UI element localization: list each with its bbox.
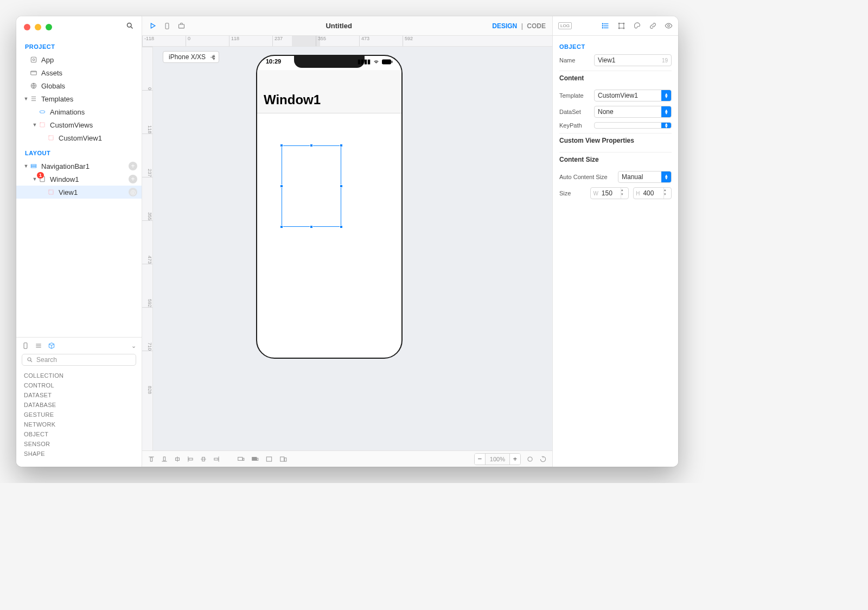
briefcase-icon[interactable] [177,22,186,30]
device-select[interactable]: iPhone X/XS ▴▾ [163,51,219,63]
ruler-tick: 592 [142,264,152,307]
chevron-down-icon[interactable]: ▼ [23,163,29,169]
mode-design[interactable]: DESIGN [492,22,517,30]
dropdown-icon[interactable]: ▴▾ [661,106,671,117]
device-frame[interactable]: 10:29 ▮▮▮▮ Window1 [256,55,403,359]
align-right-icon[interactable] [213,455,220,463]
sidebar-item-animations[interactable]: Animations [16,105,142,118]
lib-dataset[interactable]: DATASET [24,392,134,398]
canvas[interactable]: iPhone X/XS ▴▾ 10:29 ▮▮▮▮ Window1 [153,47,552,450]
chevron-down-icon[interactable]: ▼ [31,122,38,128]
resize-handle[interactable] [280,185,283,188]
library-search[interactable]: Search [22,354,136,366]
zoom-out-button[interactable]: − [475,454,486,465]
sidebar-item-customviews[interactable]: ▼ CustomViews [16,118,142,131]
device-tab-icon[interactable] [22,342,29,350]
chevron-down-icon[interactable]: ▼ [23,96,29,101]
inspector: LOG OBJECT Name View1 19 Content Templat… [552,16,678,467]
ruler-tick: 710 [142,307,152,351]
dropdown-icon[interactable]: ▴▾ [661,171,671,182]
keypath-select[interactable]: ▴▾ [594,122,672,129]
lib-shape[interactable]: SHAPE [24,450,134,457]
width-input[interactable]: W150▴▾ [590,187,629,199]
dropdown-icon[interactable]: ▴▾ [661,90,671,101]
svg-point-0 [127,23,132,28]
resize-handle[interactable] [310,144,313,147]
stepper-icon[interactable]: ▴▾ [663,188,671,199]
target-icon[interactable]: ◎ [129,188,137,196]
screens-icon[interactable] [237,455,245,463]
resize-handle[interactable] [280,225,283,228]
sidebar-item-view1[interactable]: View1 ◎ [16,186,142,199]
log-button[interactable]: LOG [558,22,572,29]
dataset-select[interactable]: None▴▾ [594,106,672,118]
screens-icon[interactable] [251,455,259,463]
add-icon[interactable]: + [129,162,137,170]
name-label: Name [559,57,590,63]
template-select[interactable]: CustomView1▴▾ [594,90,672,101]
align-center-v-icon[interactable] [200,455,207,463]
canvas-statusbar: − 100% + [142,450,552,467]
window-mode-icon[interactable] [279,455,288,463]
lib-gesture[interactable]: GESTURE [24,411,134,418]
status-bar: 10:29 ▮▮▮▮ [257,58,401,65]
chevron-down-icon[interactable]: ⌄ [131,342,136,350]
appearance-tab-icon[interactable] [633,22,641,30]
list-tab-icon[interactable] [602,22,610,30]
height-input[interactable]: H400▴▾ [633,187,672,199]
zoom-icon[interactable] [46,24,52,30]
bounds-tab-icon[interactable] [617,22,626,30]
align-left-icon[interactable] [187,455,194,463]
resize-handle[interactable] [280,144,283,147]
dropdown-icon[interactable]: ▴▾ [661,123,671,128]
list-tab-icon[interactable] [35,342,42,350]
lib-network[interactable]: NETWORK [24,421,134,428]
preview-tab-icon[interactable] [665,22,673,30]
lib-database[interactable]: DATABASE [24,402,134,408]
align-top-icon[interactable] [148,455,155,463]
stepper-icon[interactable]: ▴▾ [621,188,628,199]
acs-select[interactable]: Manual▴▾ [618,171,672,183]
cube-tab-icon[interactable] [48,342,55,350]
resize-handle[interactable] [340,185,343,188]
svg-rect-52 [619,23,624,28]
ruler-horizontal[interactable]: -118 0 118 237 355 473 592 [142,36,552,47]
resize-handle[interactable] [340,225,343,228]
lib-sensor[interactable]: SENSOR [24,441,134,447]
svg-rect-39 [243,458,244,460]
mode-switch[interactable]: DESIGN | CODE [492,22,546,30]
window-mode-icon[interactable] [265,455,273,463]
mode-code[interactable]: CODE [527,22,546,30]
resize-handle[interactable] [310,225,313,228]
zoom-in-button[interactable]: + [509,454,520,465]
sidebar-item-globals[interactable]: Globals [16,79,142,92]
device-icon[interactable] [163,22,171,30]
resize-handle[interactable] [340,144,343,147]
minimize-icon[interactable] [35,24,41,30]
fit-icon[interactable] [526,455,534,463]
align-center-h-icon[interactable] [174,455,181,463]
sidebar-item-assets[interactable]: Assets [16,66,142,79]
sidebar-item-customview1[interactable]: CustomView1 [16,131,142,144]
search-icon[interactable] [126,22,134,30]
ruler-tick: 118 [229,36,272,46]
name-input[interactable]: View1 19 [594,54,672,66]
sidebar-item-templates[interactable]: ▼ Templates [16,92,142,105]
lib-collection[interactable]: COLLECTION [24,372,134,379]
lib-object[interactable]: OBJECT [24,431,134,437]
close-icon[interactable] [24,24,30,30]
sidebar-item-navbar1[interactable]: ▼ NavigationBar1 + [16,160,142,173]
sidebar-item-app[interactable]: App [16,53,142,66]
play-icon[interactable] [149,22,157,30]
lib-control[interactable]: CONTROL [24,382,134,389]
link-tab-icon[interactable] [649,22,657,30]
selection-rect[interactable] [282,145,341,227]
zoom-control[interactable]: − 100% + [474,453,521,465]
svg-rect-23 [179,24,184,28]
ruler-vertical[interactable]: 0 118 237 355 473 592 710 828 [142,47,153,450]
add-icon[interactable]: + [129,175,137,183]
align-bottom-icon[interactable] [161,455,168,463]
rotate-icon[interactable] [539,455,547,463]
sidebar-item-window1[interactable]: ▼ 1 Window1 + [16,173,142,186]
csize-heading: Content Size [559,152,672,167]
